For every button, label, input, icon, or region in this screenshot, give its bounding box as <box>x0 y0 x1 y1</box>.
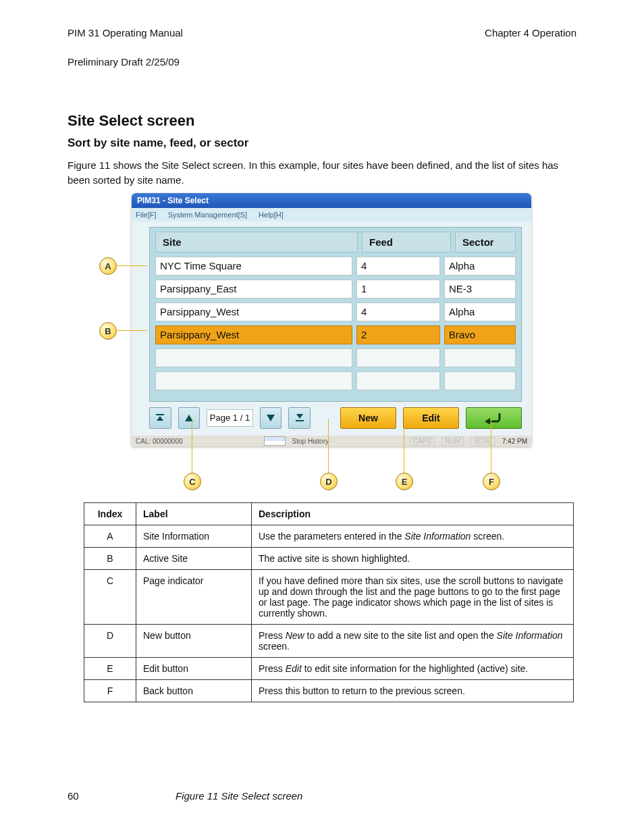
edit-button[interactable]: Edit <box>403 407 459 429</box>
triangle-down-icon <box>266 414 275 422</box>
figure-caption: Figure 11 Site Select screen <box>176 790 302 802</box>
cell-feed: 4 <box>356 303 440 321</box>
new-button[interactable]: New <box>340 407 396 429</box>
doc-id: Preliminary Draft 2/25/09 <box>68 56 180 68</box>
first-page-button[interactable] <box>149 407 171 429</box>
cell-site: Parsippany_West <box>155 325 352 344</box>
callout-C: C <box>184 473 201 490</box>
table-row: FBack buttonPress this button to return … <box>84 680 574 702</box>
status-caps: CAPS <box>410 437 435 446</box>
cell-sector: Alpha <box>444 303 516 321</box>
callout-line <box>116 265 147 266</box>
cell-sector: NE-3 <box>444 280 516 298</box>
page-number: 60 <box>68 790 79 802</box>
column-header-feed[interactable]: Feed <box>362 232 451 253</box>
doc-title: PIM 31 Operating Manual <box>68 27 183 38</box>
table-row[interactable]: NYC Time Square4Alpha <box>155 257 516 276</box>
cell-site: Parsippany_East <box>155 280 352 298</box>
section-heading: Site Select screen <box>68 112 194 130</box>
cell-site <box>155 348 352 367</box>
window-title: PIM31 - Site Select <box>132 193 531 208</box>
cell-description: Press Edit to edit site information for … <box>252 658 574 680</box>
status-num: NUM <box>441 437 464 446</box>
svg-marker-3 <box>267 415 275 421</box>
cell-description: Press this button to return to the previ… <box>252 680 574 702</box>
table-row: BActive SiteThe active site is shown hig… <box>84 548 574 570</box>
cell-feed <box>356 371 440 390</box>
cell-site: NYC Time Square <box>155 257 352 276</box>
cell-index: A <box>84 525 136 548</box>
scroll-down-button[interactable] <box>260 407 282 429</box>
cell-sector: Alpha <box>444 257 516 276</box>
cell-label: Page indicator <box>136 570 252 625</box>
table-row: ASite InformationUse the parameters ente… <box>84 525 574 548</box>
last-page-button[interactable] <box>288 407 311 429</box>
table-row[interactable]: Parsippany_East1NE-3 <box>155 280 516 298</box>
col-index: Index <box>84 503 136 525</box>
app-window: PIM31 - Site Select File[F] System Manag… <box>132 193 531 446</box>
cell-site: Parsippany_West <box>155 303 352 321</box>
cell-index: D <box>84 625 136 658</box>
cell-site <box>155 371 352 390</box>
body-text: Figure 11 shows the Site Select screen. … <box>68 159 558 171</box>
menu-system-management[interactable]: System Management[S] <box>168 211 247 219</box>
scroll-up-button[interactable] <box>178 407 200 429</box>
table-row: EEdit buttonPress Edit to edit site info… <box>84 658 574 680</box>
cell-feed: 4 <box>356 257 440 276</box>
svg-marker-4 <box>296 414 303 419</box>
cell-index: F <box>84 680 136 702</box>
cell-label: Site Information <box>136 525 252 548</box>
status-scrl: SCRL <box>471 437 495 446</box>
callout-line <box>404 419 404 473</box>
status-cal: CAL: 00000000 <box>136 438 183 445</box>
svg-rect-5 <box>296 420 304 421</box>
cell-feed: 2 <box>356 325 440 344</box>
chapter-label: Chapter 4 Operation <box>485 27 576 38</box>
body-text: been sorted by site name. <box>68 174 184 186</box>
cell-description: The active site is shown highlighted. <box>252 548 574 570</box>
cell-feed: 1 <box>356 280 440 298</box>
cell-description: Press New to add a new site to the site … <box>252 625 574 658</box>
callout-line <box>116 330 147 331</box>
table-row: DNew buttonPress New to add a new site t… <box>84 625 574 658</box>
cell-index: E <box>84 658 136 680</box>
cell-sector <box>444 371 516 390</box>
site-grid: Site Feed Sector NYC Time Square4AlphaPa… <box>149 227 522 402</box>
go-to-top-icon <box>155 413 165 423</box>
status-stop-history: Stop History <box>292 438 329 445</box>
go-to-bottom-icon <box>295 413 304 423</box>
table-row: CPage indicatorIf you have defined more … <box>84 570 574 625</box>
cell-label: Active Site <box>136 548 252 570</box>
callout-B: B <box>99 322 117 340</box>
svg-marker-1 <box>157 416 163 421</box>
cell-sector <box>444 348 516 367</box>
table-row[interactable]: Parsippany_West4Alpha <box>155 303 516 321</box>
cell-description: Use the parameters entered in the Site I… <box>252 525 574 548</box>
back-button[interactable] <box>466 407 522 429</box>
col-label: Label <box>136 503 252 525</box>
cell-description: If you have defined more than six sites,… <box>252 570 574 625</box>
table-row[interactable]: Parsippany_West2Bravo <box>155 325 516 344</box>
cell-label: Back button <box>136 680 252 702</box>
callout-line <box>328 419 329 473</box>
cell-feed <box>356 348 440 367</box>
table-row <box>155 348 516 367</box>
callout-E: E <box>396 473 413 490</box>
callout-line <box>491 419 491 473</box>
cell-index: B <box>84 548 136 570</box>
page-indicator: Page 1 / 1 <box>207 409 253 427</box>
col-description: Description <box>252 503 574 525</box>
column-header-sector[interactable]: Sector <box>455 232 516 253</box>
callout-description-table: Index Label Description ASite Informatio… <box>84 502 574 702</box>
menu-help[interactable]: Help[H] <box>259 211 284 219</box>
column-header-site[interactable]: Site <box>155 232 358 253</box>
callout-F: F <box>483 473 500 490</box>
table-row <box>155 371 516 390</box>
svg-rect-0 <box>156 414 164 415</box>
cell-label: New button <box>136 625 252 658</box>
cell-index: C <box>84 570 136 625</box>
callout-A: A <box>99 257 117 275</box>
callout-D: D <box>320 473 338 490</box>
menu-file[interactable]: File[F] <box>136 211 157 219</box>
svg-marker-6 <box>485 418 490 424</box>
